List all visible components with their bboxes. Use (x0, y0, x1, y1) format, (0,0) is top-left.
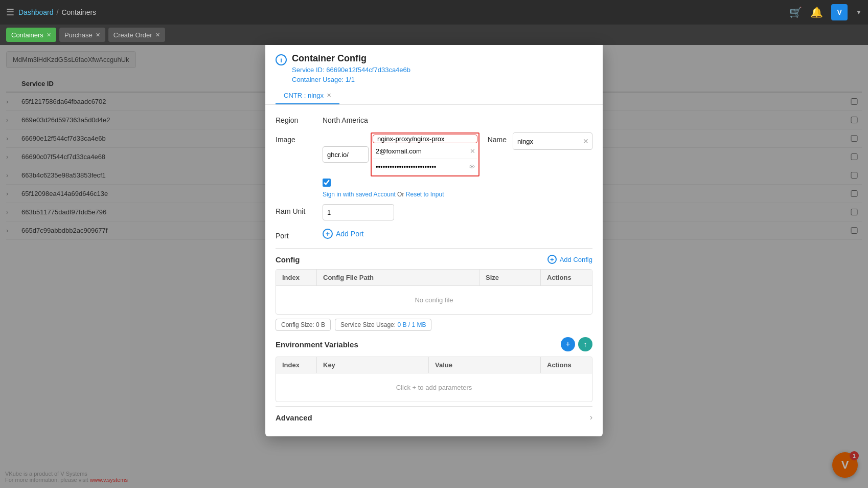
upload-env-button[interactable]: ↑ (578, 337, 592, 351)
container-usage-value: 1/1 (346, 76, 355, 83)
breadcrumb: Dashboard / Containers (18, 8, 96, 16)
image-checkbox[interactable] (323, 179, 331, 187)
config-section-title: Config (276, 255, 300, 264)
email-clear-icon[interactable]: ✕ (468, 147, 477, 155)
add-env-button[interactable]: + (561, 337, 575, 351)
env-col-index: Index (276, 357, 317, 373)
region-label: Region (276, 113, 316, 124)
topnav: ☰ Dashboard / Containers 🛒 🔔 V ▼ (0, 0, 868, 25)
name-input[interactable] (513, 133, 580, 149)
config-table: Index Config File Path Size Actions No c… (276, 269, 592, 315)
divider-1 (276, 248, 592, 249)
config-table-header: Index Config File Path Size Actions (276, 270, 592, 286)
add-config-button[interactable]: + Add Config (547, 255, 592, 264)
ram-label: Ram Unit (276, 204, 316, 215)
tab-purchase[interactable]: Purchase ✕ (59, 28, 105, 42)
tab-create-order-close[interactable]: ✕ (155, 32, 160, 38)
modal-overlay: i Container Config Service ID: 66690e12f… (0, 45, 868, 488)
env-section-header: Environment Variables + ↑ (276, 337, 592, 351)
breadcrumb-home[interactable]: Dashboard (18, 8, 54, 16)
password-input[interactable] (373, 159, 465, 174)
modal-title: Container Config (292, 53, 592, 64)
email-input[interactable] (373, 143, 466, 159)
config-col-path: Config File Path (317, 270, 479, 285)
add-port-label: Add Port (336, 230, 363, 238)
tab-containers-label: Containers (11, 31, 43, 39)
modal-container-usage: Container Usage: 1/1 (292, 76, 592, 83)
tab-create-order-label: Create Order (113, 31, 152, 39)
config-size-badge: Config Size: 0 B (276, 319, 331, 331)
name-clear-icon[interactable]: ✕ (580, 137, 592, 145)
region-value: North America (323, 113, 368, 124)
service-id-value: 66690e12f544cf7d33ca4e6b (326, 66, 410, 74)
tab-purchase-close[interactable]: ✕ (96, 32, 100, 38)
region-row: Region North America (276, 113, 592, 124)
advanced-chevron: › (590, 413, 592, 422)
auth-credentials-box: ✕ 👁 (371, 132, 479, 176)
service-size-badge: Service Size Usage: 0 B / 1 MB (335, 319, 431, 331)
config-col-index: Index (276, 270, 317, 285)
ram-row: Ram Unit (276, 204, 592, 220)
topnav-right: 🛒 🔔 V ▼ (789, 4, 862, 20)
env-col-value: Value (429, 357, 541, 373)
config-col-actions: Actions (541, 270, 592, 285)
env-col-actions: Actions (541, 357, 592, 373)
signin-link[interactable]: Sign in with saved Account (323, 191, 396, 198)
image-row: Image ghcr.io/ docker.io/ ✕ (276, 132, 592, 187)
image-path-input[interactable] (373, 135, 477, 143)
tab-cntr-ningx-close[interactable]: ✕ (327, 92, 331, 99)
advanced-label: Advanced (276, 413, 312, 422)
add-port-button[interactable]: + Add Port (323, 229, 363, 239)
container-usage-label: Container Usage: (292, 76, 344, 83)
modal-header: i Container Config Service ID: 66690e12f… (265, 45, 603, 87)
modal-body: Region North America Image ghcr.io/ dock… (265, 105, 603, 436)
env-empty-text: Click + to add parameters (276, 373, 592, 402)
env-col-key: Key (317, 357, 429, 373)
image-inputs: ghcr.io/ docker.io/ ✕ 👁 (323, 132, 482, 187)
email-row: ✕ (373, 143, 477, 159)
modal-tabs: CNTR : ningx ✕ (265, 87, 603, 105)
env-table: Index Key Value Actions Click + to add p… (276, 357, 592, 402)
tab-cntr-ningx[interactable]: CNTR : ningx ✕ (276, 87, 339, 104)
modal-service-id: Service ID: 66690e12f544cf7d33ca4e6b (292, 66, 592, 74)
name-input-wrap: ✕ (513, 132, 592, 150)
port-label: Port (276, 229, 316, 240)
env-section-title: Environment Variables (276, 340, 358, 349)
image-registry-select[interactable]: ghcr.io/ docker.io/ (323, 146, 369, 163)
name-label: Name (488, 132, 507, 144)
tab-create-order[interactable]: Create Order ✕ (108, 28, 165, 42)
image-label: Image (276, 132, 316, 144)
service-size-value: 0 B / 1 MB (397, 321, 426, 328)
tab-purchase-label: Purchase (64, 31, 93, 39)
service-id-label: Service ID: (292, 66, 325, 74)
add-port-icon: + (323, 229, 333, 239)
port-row: Port + Add Port (276, 229, 592, 240)
breadcrumb-sep: / (57, 8, 59, 16)
add-config-label: Add Config (560, 256, 592, 263)
avatar[interactable]: V (831, 4, 848, 20)
info-icon: i (276, 54, 287, 65)
ram-input[interactable] (323, 204, 394, 220)
reset-link[interactable]: Reset to Input (406, 191, 444, 198)
env-actions: + ↑ (561, 337, 592, 351)
password-toggle-icon[interactable]: 👁 (467, 163, 477, 171)
tab-containers[interactable]: Containers ✕ (6, 28, 56, 42)
user-menu-chevron[interactable]: ▼ (856, 9, 862, 16)
cart-icon[interactable]: 🛒 (789, 6, 802, 18)
breadcrumb-current: Containers (61, 8, 96, 16)
bell-icon[interactable]: 🔔 (810, 6, 823, 18)
config-empty-text: No config file (276, 286, 592, 314)
menu-icon[interactable]: ☰ (6, 7, 14, 18)
subnav: Containers ✕ Purchase ✕ Create Order ✕ (0, 25, 868, 45)
add-config-icon: + (547, 255, 557, 264)
tab-cntr-ningx-label: CNTR : ningx (284, 92, 324, 99)
advanced-row[interactable]: Advanced › (276, 406, 592, 428)
config-col-size: Size (479, 270, 541, 285)
password-row: 👁 (373, 159, 477, 174)
config-section-header: Config + Add Config (276, 255, 592, 264)
tab-containers-close[interactable]: ✕ (47, 32, 51, 38)
container-config-modal: i Container Config Service ID: 66690e12f… (265, 45, 603, 436)
or-text: Or (397, 191, 404, 198)
config-info-row: Config Size: 0 B Service Size Usage: 0 B… (276, 319, 592, 331)
modal-title-block: Container Config Service ID: 66690e12f54… (292, 53, 592, 83)
